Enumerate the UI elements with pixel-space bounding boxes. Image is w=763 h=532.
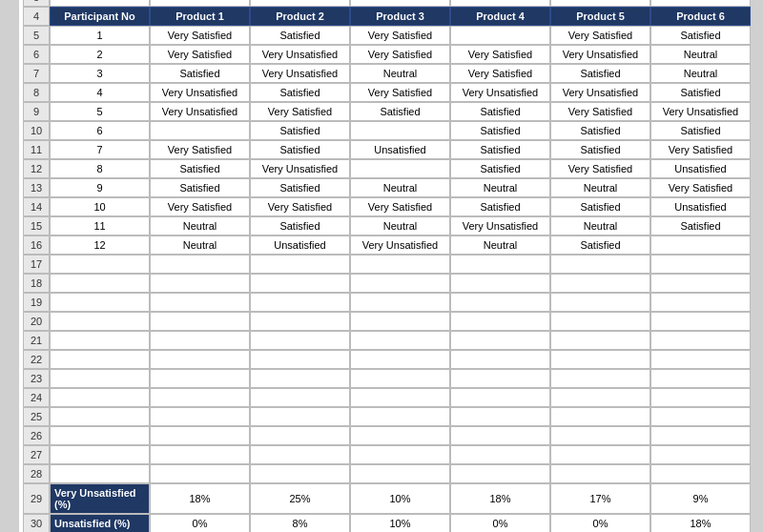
cell-11h: Very Satisfied bbox=[650, 140, 751, 159]
cell-12c: Satisfied bbox=[150, 159, 250, 178]
spreadsheet: B C D E F G H 1 2 Analyzing Likert Scale… bbox=[19, 0, 744, 532]
cell-12e bbox=[350, 159, 450, 178]
rownum-10: 10 bbox=[23, 121, 50, 140]
cell-5f bbox=[450, 26, 550, 45]
row-26: 26 bbox=[23, 426, 740, 445]
cell-24g bbox=[550, 388, 650, 407]
data-rows: 51Very SatisfiedSatisfiedVery SatisfiedV… bbox=[23, 26, 740, 255]
cell-28b bbox=[50, 464, 150, 483]
cell-21h bbox=[650, 331, 751, 350]
summary-data-30-4: 0% bbox=[550, 514, 650, 533]
row-25: 25 bbox=[23, 407, 740, 426]
rownum-25: 25 bbox=[23, 407, 50, 426]
cell-11e: Unsatisfied bbox=[350, 140, 450, 159]
cell-6d: Very Unsatisfied bbox=[250, 45, 350, 64]
cell-21e bbox=[350, 331, 450, 350]
summary-data-29-2: 10% bbox=[350, 483, 450, 514]
cell-13c: Satisfied bbox=[150, 178, 250, 197]
cell-28d bbox=[250, 464, 350, 483]
cell-13d: Satisfied bbox=[250, 178, 350, 197]
row-20: 20 bbox=[23, 312, 740, 331]
row-28: 28 bbox=[23, 464, 740, 483]
cell-13g: Neutral bbox=[550, 178, 650, 197]
cell-25c bbox=[150, 407, 250, 426]
cell-5g: Very Satisfied bbox=[550, 26, 650, 45]
row-9: 95Very UnsatisfiedVery SatisfiedSatisfie… bbox=[23, 102, 740, 121]
rownum-30: 30 bbox=[23, 514, 50, 533]
cell-7f: Very Satisfied bbox=[450, 64, 550, 83]
cell-14b: 10 bbox=[50, 197, 150, 216]
cell-9d: Very Satisfied bbox=[250, 102, 350, 121]
cell-16e: Very Unsatisfied bbox=[350, 235, 450, 255]
cell-16d: Unsatisfied bbox=[250, 235, 350, 255]
cell-17h bbox=[650, 255, 751, 274]
cell-24d bbox=[250, 388, 350, 407]
cell-19e bbox=[350, 293, 450, 312]
cell-7c: Satisfied bbox=[150, 64, 250, 83]
cell-24b bbox=[50, 388, 150, 407]
cell-7d: Very Unsatisfied bbox=[250, 64, 350, 83]
row-11: 117Very SatisfiedSatisfiedUnsatisfiedSat… bbox=[23, 140, 740, 159]
cell-5b: 1 bbox=[50, 26, 150, 45]
cell-5e: Very Satisfied bbox=[350, 26, 450, 45]
summary-data-29-4: 17% bbox=[550, 483, 650, 514]
cell-6h: Neutral bbox=[650, 45, 751, 64]
cell-23c bbox=[150, 369, 250, 388]
cell-25e bbox=[350, 407, 450, 426]
grid: B C D E F G H 1 2 Analyzing Likert Scale… bbox=[23, 0, 740, 532]
cell-15g: Neutral bbox=[550, 216, 650, 235]
cell-13h: Very Satisfied bbox=[650, 178, 751, 197]
cell-18b bbox=[50, 274, 150, 293]
cell-25h bbox=[650, 407, 751, 426]
cell-9e: Satisfied bbox=[350, 102, 450, 121]
rownum-16: 16 bbox=[23, 235, 50, 255]
cell-23g bbox=[550, 369, 650, 388]
cell-22c bbox=[150, 350, 250, 369]
row-19: 19 bbox=[23, 293, 740, 312]
cell-10b: 6 bbox=[50, 121, 150, 140]
cell-11d: Satisfied bbox=[250, 140, 350, 159]
cell-23b bbox=[50, 369, 150, 388]
row-6: 62Very SatisfiedVery UnsatisfiedVery Sat… bbox=[23, 45, 740, 64]
summary-data-30-1: 8% bbox=[250, 514, 350, 533]
summary-data-29-5: 9% bbox=[650, 483, 751, 514]
cell-13b: 9 bbox=[50, 178, 150, 197]
cell-22f bbox=[450, 350, 550, 369]
cell-14e: Very Satisfied bbox=[350, 197, 450, 216]
rownum-12: 12 bbox=[23, 159, 50, 178]
cell-24e bbox=[350, 388, 450, 407]
cell-15b: 11 bbox=[50, 216, 150, 235]
cell-26h bbox=[650, 426, 751, 445]
cell-16f: Neutral bbox=[450, 235, 550, 255]
cell-25f bbox=[450, 407, 550, 426]
rownum-28: 28 bbox=[23, 464, 50, 483]
summary-label-30: Unsatisfied (%) bbox=[50, 514, 150, 533]
cell-27e bbox=[350, 445, 450, 464]
cell-27d bbox=[250, 445, 350, 464]
cell-8e: Very Satisfied bbox=[350, 83, 450, 102]
cell-10g: Satisfied bbox=[550, 121, 650, 140]
cell-24h bbox=[650, 388, 751, 407]
cell-26g bbox=[550, 426, 650, 445]
cell-8d: Satisfied bbox=[250, 83, 350, 102]
cell-24c bbox=[150, 388, 250, 407]
cell-17c bbox=[150, 255, 250, 274]
rownum-26: 26 bbox=[23, 426, 50, 445]
cell-15c: Neutral bbox=[150, 216, 250, 235]
rownum-17: 17 bbox=[23, 255, 50, 274]
cell-21c bbox=[150, 331, 250, 350]
cell-5d: Satisfied bbox=[250, 26, 350, 45]
spacer-rows: 171819202122232425262728 bbox=[23, 255, 740, 483]
cell-14f: Satisfied bbox=[450, 197, 550, 216]
header-product4: Product 4 bbox=[450, 7, 550, 26]
rownum-7: 7 bbox=[23, 64, 50, 83]
cell-15e: Neutral bbox=[350, 216, 450, 235]
cell-12h: Unsatisfied bbox=[650, 159, 751, 178]
cell-22g bbox=[550, 350, 650, 369]
cell-19d bbox=[250, 293, 350, 312]
cell-10f: Satisfied bbox=[450, 121, 550, 140]
row-13: 139SatisfiedSatisfiedNeutralNeutralNeutr… bbox=[23, 178, 740, 197]
cell-16g: Satisfied bbox=[550, 235, 650, 255]
rownum-5: 5 bbox=[23, 26, 50, 45]
cell-6c: Very Satisfied bbox=[150, 45, 250, 64]
